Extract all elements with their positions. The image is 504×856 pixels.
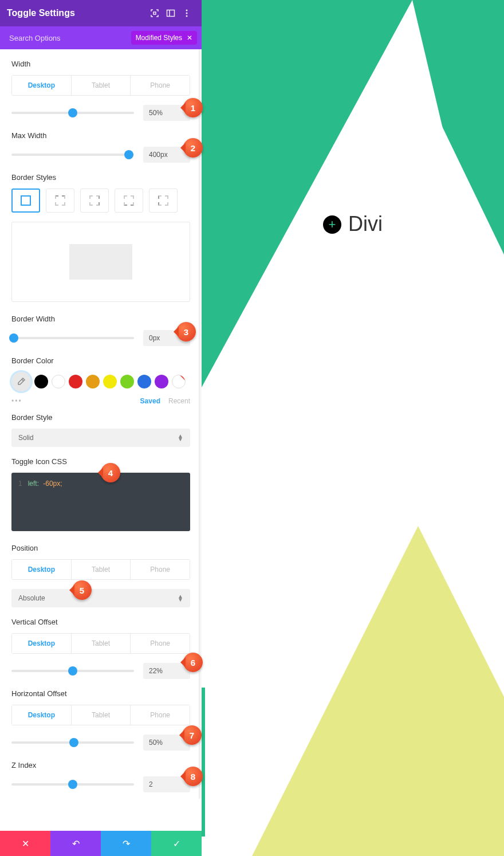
css-editor[interactable]: 1left: -60px; [11,473,190,531]
horizontal-offset-label: Horizontal Offset [11,689,190,698]
undo-button[interactable]: ↶ [50,831,101,856]
tab-phone[interactable]: Phone [131,705,190,725]
swatch-yellow[interactable] [103,375,117,388]
callout-3: 3 [176,322,196,341]
position-value: Absolute [18,594,45,602]
border-style-label: Border Style [11,413,190,422]
z-index-label: Z Index [11,761,190,769]
tab-tablet[interactable]: Tablet [72,560,131,579]
searchbar: Modified Styles ✕ [0,26,202,49]
callout-8: 8 [183,767,203,786]
panel-content: Width Desktop Tablet Phone 50% Max Width… [0,49,202,831]
position-label: Position [11,544,190,552]
border-right-icon[interactable] [80,189,109,213]
chevron-updown-icon: ▲▼ [178,434,183,441]
width-slider[interactable] [11,112,134,114]
horizontal-offset-slider[interactable] [11,741,134,744]
more-colors-icon[interactable]: ••• [11,397,132,405]
tab-desktop[interactable]: Desktop [12,76,72,95]
svg-rect-1 [167,10,175,17]
svg-rect-0 [153,12,156,14]
svg-point-4 [186,13,188,14]
tab-phone[interactable]: Phone [131,560,190,579]
border-preview [11,222,190,302]
swatch-white[interactable] [52,375,65,388]
css-value: -60px; [43,480,62,488]
position-device-tabs: Desktop Tablet Phone [11,559,190,580]
callout-4: 4 [101,463,120,482]
swatch-blue[interactable] [137,375,151,388]
hoffset-device-tabs: Desktop Tablet Phone [11,705,190,725]
more-icon[interactable] [179,5,195,21]
focus-icon[interactable] [147,5,163,21]
color-presets-row: ••• Saved Recent [11,397,190,405]
toggle-icon-css-label: Toggle Icon CSS [11,457,190,466]
callout-7: 7 [182,725,202,745]
border-style-select[interactable]: Solid ▲▼ [11,429,190,447]
panel-title: Toggle Settings [7,8,147,18]
border-all-icon[interactable] [11,189,40,213]
panel-edge [199,49,202,799]
swatch-green[interactable] [120,375,134,388]
yellow-tri [252,526,504,856]
border-styles-label: Border Styles [11,173,190,182]
redo-icon: ↷ [123,838,130,849]
vertical-offset-label: Vertical Offset [11,618,190,626]
sidebar-toggle-icon[interactable] [163,5,179,21]
swatch-purple[interactable] [155,375,168,388]
tab-desktop[interactable]: Desktop [12,705,72,725]
swatch-red[interactable] [69,375,82,388]
tab-phone[interactable]: Phone [131,634,190,653]
add-button[interactable]: + [323,215,341,234]
saved-colors-tab[interactable]: Saved [140,397,160,405]
voffset-device-tabs: Desktop Tablet Phone [11,633,190,654]
callout-5: 5 [72,580,92,600]
color-swatches [11,372,190,391]
close-icon[interactable]: ✕ [187,34,192,42]
undo-icon: ↶ [72,838,80,849]
callout-2: 2 [183,138,203,158]
position-select[interactable]: Absolute ▲▼ [11,589,190,607]
eyedropper-icon[interactable] [11,372,31,391]
brand-label: Divi [348,212,383,236]
swatch-none[interactable] [172,375,186,388]
vertical-offset-slider[interactable] [11,670,134,672]
max-width-label: Max Width [11,131,190,140]
border-bottom-icon[interactable] [115,189,143,213]
max-width-slider[interactable] [11,154,134,156]
tab-tablet[interactable]: Tablet [72,705,131,725]
border-left-icon[interactable] [149,189,178,213]
swatch-orange[interactable] [86,375,100,388]
settings-panel: Toggle Settings Modified Styles ✕ Width … [0,0,202,856]
width-label: Width [11,60,190,68]
check-icon: ✓ [173,838,180,849]
svg-point-5 [186,15,188,17]
recent-colors-tab[interactable]: Recent [168,397,190,405]
save-button[interactable]: ✓ [151,831,202,856]
border-style-value: Solid [18,434,34,442]
z-index-slider[interactable] [11,783,134,786]
tab-desktop[interactable]: Desktop [12,634,72,653]
redo-button[interactable]: ↷ [101,831,151,856]
border-top-icon[interactable] [46,189,74,213]
tab-tablet[interactable]: Tablet [72,634,131,653]
tab-desktop[interactable]: Desktop [12,560,72,579]
width-device-tabs: Desktop Tablet Phone [11,75,190,96]
modified-styles-pill[interactable]: Modified Styles ✕ [131,31,197,45]
chevron-updown-icon: ▲▼ [178,595,183,602]
tab-tablet[interactable]: Tablet [72,76,131,95]
border-side-picker [11,189,190,213]
border-width-label: Border Width [11,315,190,323]
svg-point-3 [186,10,188,11]
preview-canvas: + Divi [202,0,504,856]
css-key: left: [28,480,39,488]
border-color-label: Border Color [11,356,190,365]
border-width-slider[interactable] [11,337,134,339]
swatch-black[interactable] [34,375,48,388]
callout-6: 6 [183,653,203,672]
search-input[interactable] [9,34,131,42]
cancel-button[interactable]: ✕ [0,831,50,856]
pill-label: Modified Styles [136,34,182,42]
close-icon: ✕ [22,838,29,849]
tab-phone[interactable]: Phone [131,76,190,95]
